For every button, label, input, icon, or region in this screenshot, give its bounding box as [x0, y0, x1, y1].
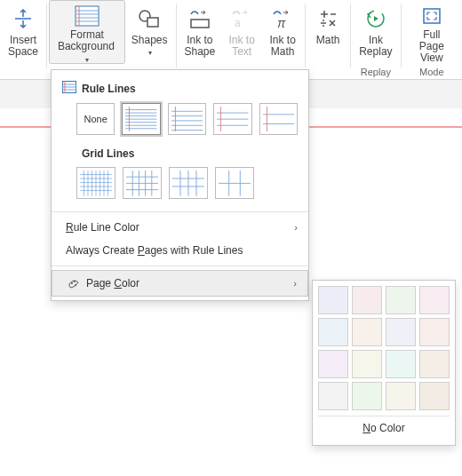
color-swatch-11[interactable] [419, 350, 450, 378]
grid-lines-row [62, 165, 298, 208]
ink-to-shape-icon [186, 4, 214, 33]
rule-lines-icon [62, 81, 76, 96]
ink-replay-label: Ink Replay [359, 35, 392, 58]
svg-rect-19 [424, 9, 440, 23]
full-page-view-icon [418, 4, 446, 28]
no-color-item[interactable]: No Color [318, 416, 450, 440]
rule-none-swatch[interactable]: None [76, 103, 115, 135]
rule-standard-swatch[interactable] [213, 103, 251, 135]
page-color-label: Page Color [86, 277, 139, 290]
color-swatch-12[interactable] [318, 382, 348, 410]
svg-rect-34 [171, 107, 203, 131]
svg-point-17 [323, 25, 324, 27]
full-page-view-button[interactable]: Full Page View [403, 0, 460, 64]
ink-replay-icon [362, 4, 390, 33]
math-button[interactable]: Math [307, 0, 348, 64]
format-background-label: Format Background ▾ [55, 29, 119, 66]
svg-text:π: π [277, 16, 286, 30]
rule-lines-title: Rule Lines [82, 83, 136, 95]
full-page-view-label: Full Page View [410, 29, 454, 64]
color-swatch-14[interactable] [386, 382, 416, 410]
rule-lines-row: None [62, 101, 298, 144]
group-label-replay: Replay [353, 65, 398, 79]
svg-rect-46 [263, 107, 294, 131]
grid-xlarge-swatch[interactable] [215, 167, 254, 199]
format-background-button[interactable]: Format Background ▾ [49, 0, 125, 64]
color-swatch-3[interactable] [419, 286, 450, 314]
ink-to-shape-button[interactable]: Ink to Shape [179, 0, 222, 64]
insert-space-icon [9, 4, 37, 33]
color-grid [318, 286, 450, 410]
ink-to-text-button: a Ink to Text [221, 0, 262, 64]
shapes-button[interactable]: Shapes▾ [125, 0, 174, 64]
grid-medium-swatch[interactable] [123, 167, 162, 199]
ink-to-math-icon: π [268, 4, 297, 33]
ink-to-shape-label: Ink to Shape [185, 35, 216, 58]
page-color-icon [67, 276, 81, 290]
color-swatch-5[interactable] [352, 318, 382, 346]
svg-point-82 [74, 281, 76, 282]
svg-point-81 [71, 282, 73, 284]
chevron-right-icon: › [293, 278, 297, 289]
rule-lines-header: Rule Lines [62, 77, 298, 101]
svg-rect-8 [147, 18, 158, 27]
color-swatch-2[interactable] [386, 286, 416, 314]
rule-line-color-item[interactable]: Rule Line Color › [52, 216, 308, 239]
svg-text:a: a [235, 17, 241, 29]
color-swatch-6[interactable] [386, 318, 416, 346]
format-background-icon [73, 4, 101, 28]
svg-point-83 [75, 284, 76, 286]
page-color-flyout: No Color [312, 280, 456, 446]
grid-large-swatch[interactable] [169, 167, 208, 199]
chevron-down-icon: ▾ [85, 56, 89, 64]
ink-to-math-button[interactable]: π Ink to Math [262, 0, 303, 64]
color-swatch-0[interactable] [318, 286, 348, 314]
color-swatch-8[interactable] [318, 350, 348, 378]
svg-point-16 [323, 20, 324, 21]
rule-college-swatch[interactable] [168, 103, 206, 135]
page-color-item[interactable]: Page Color › [52, 270, 308, 297]
color-swatch-1[interactable] [352, 286, 382, 314]
color-swatch-13[interactable] [352, 382, 382, 410]
shapes-label: Shapes▾ [131, 35, 168, 59]
color-swatch-9[interactable] [352, 350, 382, 378]
insert-space-label: Insert Space [8, 35, 38, 58]
color-swatch-7[interactable] [419, 318, 450, 346]
color-swatch-10[interactable] [386, 350, 416, 378]
grid-lines-header: Grid Lines [62, 144, 298, 165]
ribbon: Insert Space Format Background ▾ [0, 0, 462, 80]
always-create-item[interactable]: Always Create Pages with Rule Lines [52, 239, 308, 262]
format-background-dropdown: Rule Lines None Grid Lines [51, 69, 309, 301]
shapes-icon [135, 4, 163, 33]
always-create-label: Always Create Pages with Rule Lines [66, 244, 243, 257]
svg-rect-9 [191, 20, 209, 28]
no-color-label: No Color [362, 422, 404, 434]
ink-to-text-icon: a [227, 4, 256, 33]
ink-to-text-label: Ink to Text [229, 35, 255, 58]
group-label-mode: Mode [403, 65, 460, 79]
color-swatch-15[interactable] [419, 382, 450, 410]
ink-to-math-label: Ink to Math [270, 35, 296, 58]
insert-space-button[interactable]: Insert Space [2, 0, 44, 64]
grid-lines-title: Grid Lines [62, 147, 134, 160]
math-icon [314, 4, 342, 33]
grid-small-swatch[interactable] [76, 167, 116, 199]
math-label: Math [316, 35, 340, 46]
rule-wide-swatch[interactable] [259, 103, 298, 135]
rule-line-color-label: Rule Line Color [66, 221, 139, 234]
color-swatch-4[interactable] [318, 318, 348, 346]
rule-narrow-swatch[interactable] [122, 103, 160, 135]
chevron-down-icon: ▾ [148, 49, 152, 57]
chevron-right-icon: › [294, 222, 298, 233]
ink-replay-button[interactable]: Ink Replay [353, 0, 398, 64]
